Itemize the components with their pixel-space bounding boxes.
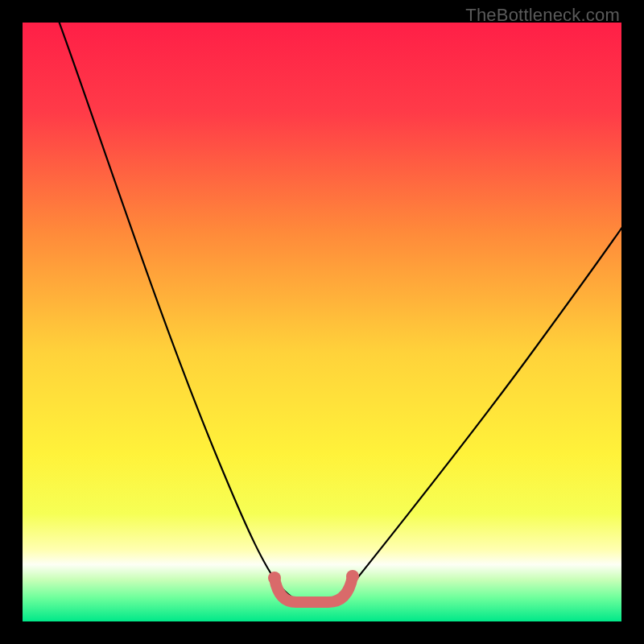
watermark-text: TheBottleneck.com xyxy=(465,5,620,26)
curve-layer xyxy=(23,23,621,621)
bottleneck-curve xyxy=(56,23,621,601)
sweet-spot-marker xyxy=(275,576,353,602)
plot-area xyxy=(23,23,621,621)
chart-frame: TheBottleneck.com xyxy=(0,0,644,644)
sweet-spot-dot-left xyxy=(268,572,281,584)
sweet-spot-dot-right xyxy=(346,570,359,583)
